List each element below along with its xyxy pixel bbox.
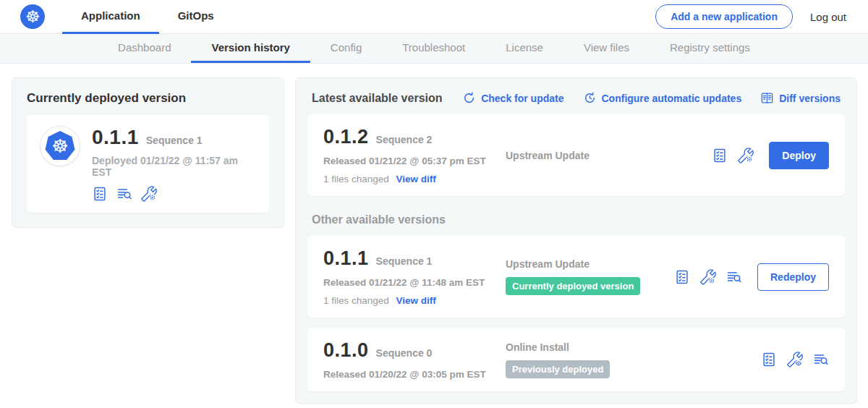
deploy-logs-icon[interactable] <box>813 352 829 367</box>
diff-versions-label: Diff versions <box>779 93 841 104</box>
subnav-tab-label: Dashboard <box>118 41 171 54</box>
subnav-tab-label: View files <box>584 41 629 54</box>
subnav-tab-config[interactable]: Config <box>310 34 382 63</box>
tab-gitops-label: GitOps <box>178 9 214 22</box>
deployed-version: 0.1.1 <box>92 126 139 149</box>
version-actions <box>761 352 829 367</box>
version-sequence: Sequence 0 <box>376 347 433 359</box>
add-application-button[interactable]: Add a new application <box>655 4 793 29</box>
other-versions-title: Other available versions <box>312 213 841 226</box>
deploy-logs-icon[interactable] <box>116 186 132 202</box>
subnav-tab-dashboard[interactable]: Dashboard <box>98 34 191 63</box>
preflight-checks-icon[interactable] <box>92 186 108 202</box>
deployed-timestamp: Deployed 01/21/22 @ 11:57 am EST <box>92 155 256 178</box>
latest-version-title: Latest available version <box>312 92 443 105</box>
app-logo-badge: ☸ <box>40 126 80 166</box>
version-source: Online Install Previously deployed <box>506 341 761 378</box>
main-content: Currently deployed version ☸ 0.1.1 Seque… <box>0 64 868 404</box>
currently-deployed-card: ☸ 0.1.1 Sequence 1 Deployed 01/21/22 @ 1… <box>27 115 269 213</box>
deployed-info: 0.1.1 Sequence 1 Deployed 01/21/22 @ 11:… <box>92 126 256 202</box>
version-history-panel: Latest available version Check for updat… <box>295 77 857 404</box>
version-source: Upstream Update <box>506 150 712 161</box>
files-changed-line: 1 files changed View diff <box>323 174 506 184</box>
version-number: 0.1.0 <box>323 339 369 362</box>
version-number: 0.1.2 <box>323 126 369 148</box>
schedule-update-icon <box>583 91 597 105</box>
subnav-tab-registry-settings[interactable]: Registry settings <box>650 34 770 63</box>
check-for-update-link[interactable]: Check for update <box>462 91 563 105</box>
tab-gitops[interactable]: GitOps <box>159 0 233 34</box>
diff-versions-link[interactable]: Diff versions <box>760 91 841 105</box>
check-for-update-label: Check for update <box>481 93 563 104</box>
redeploy-button[interactable]: Redeploy <box>757 263 829 291</box>
subnav-tab-view-files[interactable]: View files <box>563 34 650 63</box>
subnav-tab-label: License <box>506 41 543 54</box>
helm-wheel-glyph: ☸ <box>51 137 68 156</box>
view-config-icon[interactable] <box>787 352 803 367</box>
previously-deployed-badge: Previously deployed <box>506 360 610 378</box>
subnav-tab-license[interactable]: License <box>485 34 563 63</box>
version-actions: Deploy <box>712 142 829 169</box>
source-label: Upstream Update <box>506 150 705 161</box>
released-timestamp: Released 01/20/22 @ 03:05 pm EST <box>323 369 506 380</box>
version-number: 0.1.1 <box>323 247 369 270</box>
version-actions: Redeploy <box>674 263 829 291</box>
released-timestamp: Released 01/21/22 @ 05:37 pm EST <box>323 156 506 166</box>
currently-deployed-panel: Currently deployed version ☸ 0.1.1 Seque… <box>12 77 284 228</box>
view-diff-link[interactable]: View diff <box>396 295 436 306</box>
version-row-0-1-1: 0.1.1 Sequence 1 Released 01/21/22 @ 11:… <box>307 236 845 318</box>
tab-application[interactable]: Application <box>62 0 159 34</box>
version-source: Upstream Update Currently deployed versi… <box>506 258 674 295</box>
version-info: 0.1.2 Sequence 2 Released 01/21/22 @ 05:… <box>323 126 506 184</box>
version-row-0-1-0: 0.1.0 Sequence 0 Released 01/20/22 @ 03:… <box>307 328 845 391</box>
edit-config-icon[interactable] <box>738 148 754 163</box>
subnav-tab-label: Version history <box>211 41 289 54</box>
latest-version-header: Latest available version Check for updat… <box>307 89 845 114</box>
top-header: ☸ Application GitOps Add a new applicati… <box>0 0 868 34</box>
version-sequence: Sequence 1 <box>376 255 433 267</box>
source-label: Upstream Update <box>506 258 667 270</box>
deployed-actions <box>92 186 256 202</box>
preflight-checks-icon[interactable] <box>712 148 728 163</box>
edit-config-icon[interactable] <box>700 269 716 285</box>
refresh-icon <box>462 91 476 105</box>
currently-deployed-title: Currently deployed version <box>27 91 269 106</box>
deploy-logs-icon[interactable] <box>726 269 742 285</box>
helm-wheel-glyph: ☸ <box>25 9 41 25</box>
files-changed-line: 1 files changed View diff <box>323 295 506 306</box>
released-timestamp: Released 01/21/22 @ 11:48 am EST <box>323 277 506 288</box>
subnav-tab-version-history[interactable]: Version history <box>191 34 310 63</box>
kubernetes-app-icon: ☸ <box>45 131 75 161</box>
subnav-tab-troubleshoot[interactable]: Troubleshoot <box>382 34 485 63</box>
edit-config-icon[interactable] <box>141 186 157 202</box>
tab-application-label: Application <box>81 9 140 22</box>
files-changed-count: 1 files changed <box>323 295 389 306</box>
view-diff-link[interactable]: View diff <box>396 174 436 184</box>
version-info: 0.1.0 Sequence 0 Released 01/20/22 @ 03:… <box>323 339 506 380</box>
diff-versions-icon <box>760 91 774 105</box>
app-subnav: Dashboard Version history Config Trouble… <box>0 34 868 64</box>
version-info: 0.1.1 Sequence 1 Released 01/21/22 @ 11:… <box>323 247 506 306</box>
deployed-sequence: Sequence 1 <box>146 135 203 146</box>
source-label: Online Install <box>506 341 754 353</box>
configure-automatic-updates-link[interactable]: Configure automatic updates <box>583 91 742 105</box>
preflight-checks-icon[interactable] <box>761 352 777 367</box>
kubernetes-logo-icon: ☸ <box>20 4 45 29</box>
subnav-tab-label: Troubleshoot <box>402 41 465 54</box>
logout-link[interactable]: Log out <box>810 11 846 23</box>
currently-deployed-badge: Currently deployed version <box>506 277 640 295</box>
version-row-0-1-2: 0.1.2 Sequence 2 Released 01/21/22 @ 05:… <box>307 114 845 196</box>
preflight-checks-icon[interactable] <box>674 269 690 285</box>
subnav-tab-label: Config <box>331 41 362 54</box>
deploy-button[interactable]: Deploy <box>769 142 829 169</box>
subnav-tab-label: Registry settings <box>670 41 750 54</box>
files-changed-count: 1 files changed <box>323 174 389 184</box>
configure-automatic-updates-label: Configure automatic updates <box>602 93 742 104</box>
version-sequence: Sequence 2 <box>376 134 433 145</box>
